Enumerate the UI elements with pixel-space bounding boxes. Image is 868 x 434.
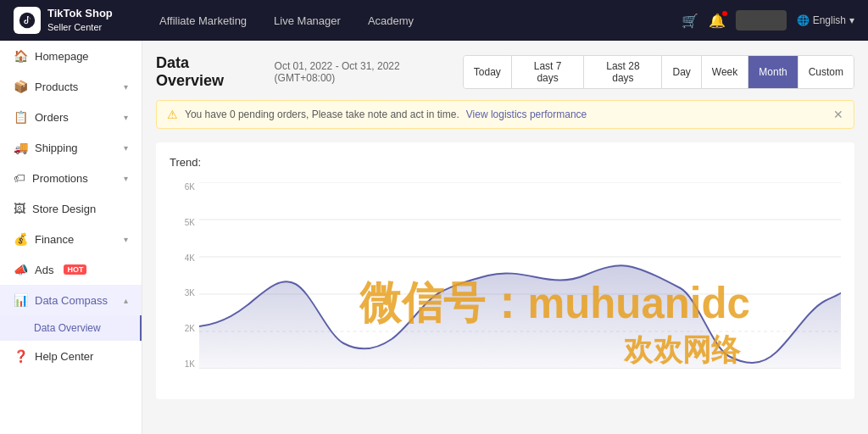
y-label-6k: 6K <box>185 182 195 192</box>
svg-text:微信号：muhuanidc: 微信号：muhuanidc <box>359 278 750 328</box>
main-layout: 🏠 Homepage 📦 Products ▾ 📋 Orders ▾ 🚚 Shi… <box>0 41 868 434</box>
finance-icon: 💰 <box>14 232 28 246</box>
ads-icon: 📣 <box>14 263 28 276</box>
filter-today[interactable]: Today <box>464 56 512 88</box>
orders-icon: 📋 <box>14 110 28 124</box>
top-nav: TikTok Shop Seller Center Affiliate Mark… <box>0 0 868 41</box>
language-selector[interactable]: 🌐 English ▾ <box>797 14 854 26</box>
alert-action-link[interactable]: View logistics performance <box>466 108 587 120</box>
alert-text: You have 0 pending orders, Please take n… <box>185 108 459 120</box>
data-compass-expand-icon: ▴ <box>124 296 128 305</box>
chart-plot: 微信号：muhuanidc 欢欢网络 <box>199 182 841 369</box>
page-title: Data Overview <box>156 54 261 90</box>
sidebar-item-data-compass[interactable]: 📊 Data Compass ▴ <box>0 285 142 315</box>
logo-area: TikTok Shop Seller Center <box>14 7 132 34</box>
chart-y-axis: 6K 5K 4K 3K 2K 1K <box>170 182 195 369</box>
sidebar-item-finance[interactable]: 💰 Finance ▾ <box>0 224 142 254</box>
main-content: Data Overview Oct 01, 2022 - Oct 31, 202… <box>142 41 868 434</box>
filter-day[interactable]: Day <box>662 56 701 88</box>
nav-links: Affiliate Marketing Live Manager Academy <box>159 14 682 27</box>
notification-icon[interactable]: 🔔 <box>709 13 726 29</box>
y-label-5k: 5K <box>185 218 195 227</box>
tiktok-logo-icon <box>14 7 41 34</box>
alert-close-button[interactable]: ✕ <box>833 108 843 121</box>
page-header: Data Overview Oct 01, 2022 - Oct 31, 202… <box>156 54 854 90</box>
sidebar-item-homepage[interactable]: 🏠 Homepage <box>0 41 142 71</box>
filter-month[interactable]: Month <box>748 56 798 88</box>
y-label-4k: 4K <box>185 253 195 263</box>
chart-title: Trend: <box>170 156 841 169</box>
filter-custom[interactable]: Custom <box>798 56 854 88</box>
cart-icon[interactable]: 🛒 <box>682 13 698 29</box>
finance-expand-icon: ▾ <box>124 235 128 244</box>
store-design-icon: 🖼 <box>14 202 25 215</box>
date-filter-buttons: Today Last 7 days Last 28 days Day Week … <box>463 55 854 89</box>
sidebar-subitem-data-overview[interactable]: Data Overview <box>0 315 142 341</box>
sidebar-item-shipping[interactable]: 🚚 Shipping ▾ <box>0 132 142 163</box>
promotions-expand-icon: ▾ <box>124 174 128 183</box>
shipping-expand-icon: ▾ <box>124 143 128 153</box>
promotions-icon: 🏷 <box>14 171 25 185</box>
nav-link-affiliate[interactable]: Affiliate Marketing <box>159 14 247 27</box>
home-icon: 🏠 <box>14 49 28 63</box>
logo-text: TikTok Shop Seller Center <box>47 7 113 33</box>
sidebar-item-products[interactable]: 📦 Products ▾ <box>0 71 142 102</box>
help-icon: ❓ <box>14 349 28 363</box>
y-label-1k: 1K <box>185 359 195 369</box>
sidebar-item-help-center[interactable]: ❓ Help Center <box>0 341 142 371</box>
nav-link-academy[interactable]: Academy <box>368 14 414 27</box>
nav-right: 🛒 🔔 🌐 English ▾ <box>682 10 854 31</box>
nav-link-live[interactable]: Live Manager <box>274 14 341 27</box>
date-range-text: Oct 01, 2022 - Oct 31, 2022 (GMT+08:00) <box>275 60 463 84</box>
user-avatar[interactable] <box>736 10 787 31</box>
sidebar-item-orders[interactable]: 📋 Orders ▾ <box>0 102 142 132</box>
notification-badge <box>722 11 727 16</box>
y-label-2k: 2K <box>185 324 195 333</box>
chart-container: 6K 5K 4K 3K 2K 1K <box>170 182 841 386</box>
sidebar-item-store-design[interactable]: 🖼 Store Design <box>0 193 142 224</box>
alert-warning-icon: ⚠ <box>167 108 178 121</box>
shipping-icon: 🚚 <box>14 141 28 154</box>
sidebar-item-promotions[interactable]: 🏷 Promotions ▾ <box>0 163 142 193</box>
filter-last28[interactable]: Last 28 days <box>584 56 662 88</box>
orders-expand-icon: ▾ <box>124 113 128 122</box>
trend-chart-svg: 微信号：muhuanidc 欢欢网络 <box>199 182 841 369</box>
filter-last7[interactable]: Last 7 days <box>512 56 585 88</box>
data-compass-icon: 📊 <box>14 293 28 307</box>
ads-hot-badge: HOT <box>64 264 86 275</box>
y-label-3k: 3K <box>185 288 195 298</box>
page-title-area: Data Overview Oct 01, 2022 - Oct 31, 202… <box>156 54 463 90</box>
sidebar: 🏠 Homepage 📦 Products ▾ 📋 Orders ▾ 🚚 Shi… <box>0 41 142 434</box>
filter-week[interactable]: Week <box>702 56 748 88</box>
products-icon: 📦 <box>14 80 28 93</box>
chart-section: Trend: 6K 5K 4K 3K 2K 1K <box>156 142 854 399</box>
svg-text:欢欢网络: 欢欢网络 <box>624 332 742 366</box>
products-expand-icon: ▾ <box>124 82 128 92</box>
alert-banner: ⚠ You have 0 pending orders, Please take… <box>156 100 854 129</box>
sidebar-item-ads[interactable]: 📣 Ads HOT <box>0 254 142 285</box>
